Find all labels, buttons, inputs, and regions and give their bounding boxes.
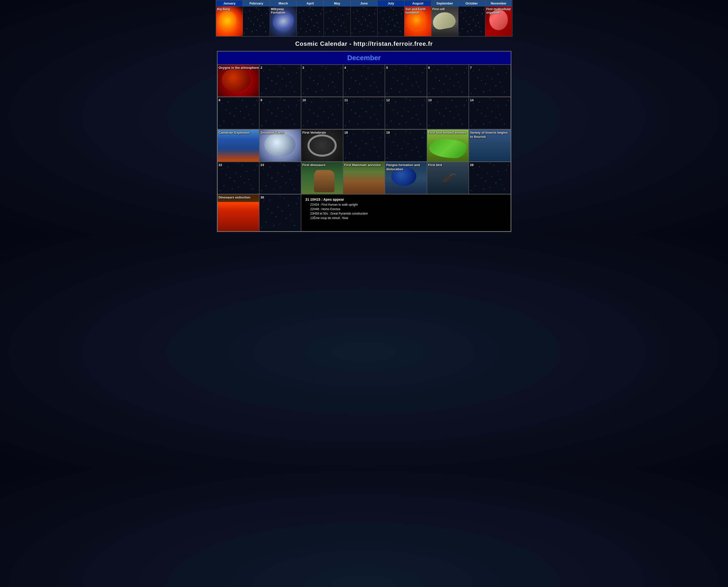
bg-day8 — [218, 97, 259, 129]
calendar-row-1: Oxygne in the atmosphere 2 3 4 5 6 — [217, 64, 511, 97]
bg-july — [378, 6, 404, 36]
dino-shape-24 — [314, 170, 335, 192]
cal-day-2: 2 — [259, 65, 301, 97]
cal-day-11: 11 — [343, 97, 385, 129]
day31-event2: 22H48 : Homo Erectus — [305, 207, 506, 211]
event-sunearth: Sun and Earth formation — [406, 7, 431, 14]
cal-day-7: 7 — [469, 65, 511, 97]
month-label-february: February — [243, 0, 270, 6]
num-day13: 13 — [428, 98, 432, 102]
cal-day-1: Oxygne in the atmosphere — [217, 65, 259, 97]
bg-june — [351, 6, 378, 36]
cal-day-25: First Mammals ancestor — [343, 162, 385, 194]
red-planet-day1 — [222, 68, 250, 92]
num-day30: 30 — [261, 195, 264, 200]
cal-day-10: 10 — [301, 97, 343, 129]
december-calendar: December Oxygne in the atmosphere 2 3 4 … — [217, 51, 511, 232]
cal-day-14: 14 — [469, 97, 511, 129]
num-day10: 10 — [302, 98, 306, 102]
cal-day-22: 22 — [217, 162, 259, 194]
cal-day-30: 30 — [259, 194, 301, 231]
month-june: June — [351, 0, 378, 36]
month-label-may: May — [324, 0, 350, 6]
bg-day22 — [218, 162, 259, 194]
month-image-september: First cell — [431, 6, 458, 36]
day31-event3: 23H59 et 50s : Great Pyramids constructi… — [305, 212, 506, 215]
event-day25: First Mammals ancestor — [344, 163, 381, 167]
month-image-october — [458, 6, 485, 36]
month-label-september: September — [431, 0, 458, 6]
event-day26: Pangea formation and dislocation — [386, 163, 427, 171]
month-image-june — [351, 6, 378, 36]
num-day3: 3 — [302, 66, 304, 70]
bg-day12 — [385, 97, 427, 129]
event-day24: First dinosaurs — [302, 163, 325, 167]
event-day15: Cambrian Explosion — [219, 131, 250, 135]
cal-day-24: First dinosaurs — [301, 162, 343, 194]
event-day27: First bird — [428, 163, 442, 167]
num-day22: 22 — [219, 163, 222, 167]
cal-day-26: Pangea formation and dislocation — [385, 162, 427, 194]
month-image-january: Big Bang — [216, 6, 243, 36]
cal-day-6: 6 — [427, 65, 469, 97]
cal-day-9: 9 — [259, 97, 301, 129]
event-day29: Dinosaurs extinction — [219, 195, 250, 200]
bg-day10 — [301, 97, 343, 129]
bg-day11 — [343, 97, 385, 129]
month-image-may — [324, 6, 350, 36]
num-day28: 28 — [470, 163, 474, 167]
cal-day-8: 8 — [217, 97, 259, 129]
cal-day-23: 23 — [259, 162, 301, 194]
bg-day3 — [301, 65, 343, 96]
calendar-row-3: Cambrian Explosion Snowball Earth First … — [217, 129, 511, 162]
month-image-april — [297, 6, 323, 36]
day31-event4: 12Ème coup de minuit : Now — [305, 216, 506, 220]
num-day6: 6 — [428, 66, 430, 70]
vert-ring-17 — [308, 134, 336, 157]
event-multicell: First multicellular organism — [486, 7, 512, 14]
num-day5: 5 — [386, 66, 388, 70]
cal-day-18: 18 — [343, 130, 385, 162]
event-day1: Oxygne in the atmosphere — [219, 66, 259, 70]
month-october: October — [458, 0, 485, 36]
bg-day30 — [260, 194, 301, 231]
months-header: January Big Bang February March Milkyway… — [216, 0, 513, 37]
calendar-row-5: Dinosaurs extinction 30 31 10H15 : Apes … — [217, 194, 511, 231]
bg-day18 — [343, 130, 385, 161]
event-milkyway: Milkyway Formation — [271, 7, 297, 14]
month-april: April — [297, 0, 324, 36]
month-label-march: March — [270, 0, 297, 6]
month-image-july — [378, 6, 404, 36]
cal-day-13: 13 — [427, 97, 469, 129]
bg-october — [458, 6, 485, 36]
month-image-november: First multicellular organism — [485, 6, 512, 36]
page-title: Cosmic Calendar - http://tristan.ferroir… — [216, 37, 513, 51]
month-february: February — [243, 0, 270, 36]
num-day2: 2 — [261, 66, 262, 70]
event-firstcell: First cell — [432, 7, 444, 11]
coral-shapes-15 — [218, 141, 259, 161]
bg-day28 — [469, 162, 510, 194]
december-header: December — [217, 51, 511, 64]
cal-day-17: First Vertebrate — [301, 130, 343, 162]
num-day19: 19 — [386, 131, 390, 135]
calendar-row-4: 22 23 First dinosaurs First Mammals ance… — [217, 162, 511, 194]
num-day12: 12 — [386, 98, 390, 102]
cal-day-12: 12 — [385, 97, 427, 129]
bg-day19 — [385, 130, 427, 161]
cal-day-20: First four-limbed animals — [427, 130, 469, 162]
cal-day-19: 19 — [385, 130, 427, 162]
month-image-february — [243, 6, 270, 36]
event-bigbang: Big Bang — [217, 7, 230, 11]
bg-day5 — [385, 65, 427, 96]
month-image-march: Milkyway Formation — [270, 6, 297, 36]
bird-svg-27 — [431, 168, 464, 188]
month-september: September First cell — [431, 0, 458, 36]
month-january: January Big Bang — [216, 0, 243, 36]
cal-day-21: Variety of insects begins to flourish — [469, 130, 511, 162]
num-day11: 11 — [344, 98, 348, 102]
month-label-april: April — [297, 0, 323, 6]
month-label-june: June — [351, 0, 378, 6]
cal-day-15: Cambrian Explosion — [217, 130, 259, 162]
month-label-july: July — [378, 0, 404, 6]
